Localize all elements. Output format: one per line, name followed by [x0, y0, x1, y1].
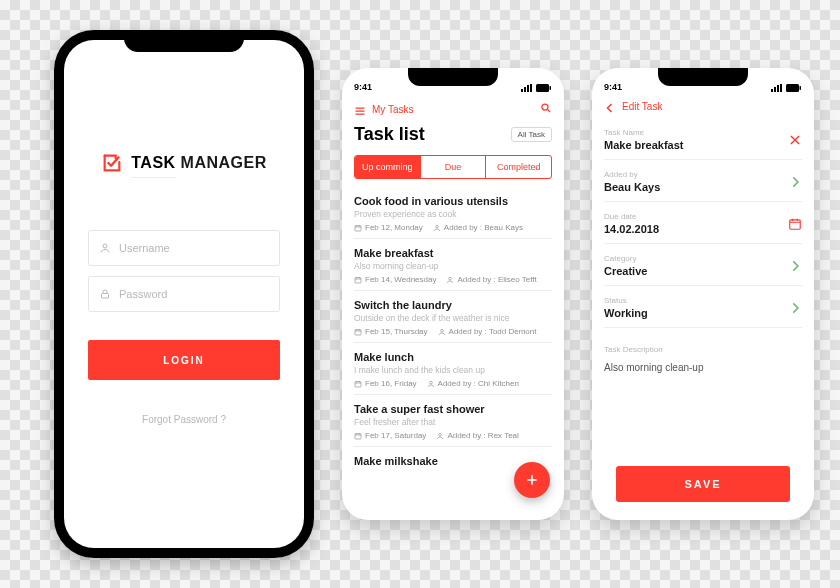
all-task-chip[interactable]: All Task [511, 127, 552, 142]
svg-rect-1 [102, 294, 109, 299]
user-icon [438, 328, 446, 336]
user-icon [433, 224, 441, 232]
svg-rect-3 [524, 87, 526, 92]
svg-rect-9 [355, 225, 361, 230]
password-placeholder: Password [119, 288, 167, 300]
status-time: 9:41 [354, 82, 372, 92]
svg-rect-25 [790, 219, 801, 228]
nav-title: Edit Task [622, 101, 662, 112]
calendar-icon [354, 224, 362, 232]
svg-rect-4 [527, 85, 529, 92]
task-description[interactable]: Task Description Also morning clean-up [604, 328, 802, 466]
battery-icon [786, 84, 802, 92]
segment-completed[interactable]: Completed [485, 156, 551, 178]
svg-rect-19 [771, 89, 773, 92]
list-item[interactable]: Make breakfast Also morning clean-up Feb… [354, 239, 552, 291]
signal-icon [521, 84, 533, 92]
user-icon [436, 432, 444, 440]
task-list-screen: 9:41 My Tasks Task list All Task Up comm… [342, 68, 564, 520]
login-phone-frame: TASK MANAGER Username Password LOGIN For… [54, 30, 314, 558]
svg-point-10 [435, 225, 438, 228]
device-notch [408, 68, 498, 86]
lock-icon [99, 288, 111, 300]
nav-bar: Edit Task [592, 94, 814, 114]
search-icon[interactable] [540, 100, 552, 118]
category-row[interactable]: Category Creative [604, 244, 802, 286]
added-by-row[interactable]: Added by Beau Kays [604, 160, 802, 202]
username-placeholder: Username [119, 242, 170, 254]
status-time: 9:41 [604, 82, 622, 92]
edit-task-screen: 9:41 Edit Task Task Name Make breakfast [592, 68, 814, 520]
login-screen: TASK MANAGER Username Password LOGIN For… [64, 40, 304, 548]
user-icon [446, 276, 454, 284]
nav-title: My Tasks [372, 104, 414, 115]
list-item[interactable]: Make lunch I make lunch and the kids cle… [354, 343, 552, 395]
svg-rect-21 [777, 85, 779, 92]
clear-icon[interactable] [788, 133, 802, 147]
svg-point-0 [103, 244, 107, 248]
segment-upcoming[interactable]: Up comming [355, 156, 420, 178]
device-notch [124, 30, 244, 52]
login-button[interactable]: LOGIN [88, 340, 280, 380]
svg-rect-5 [530, 84, 532, 92]
calendar-icon [354, 328, 362, 336]
due-date-row[interactable]: Due date 14.02.2018 [604, 202, 802, 244]
chevron-right-icon [788, 301, 802, 315]
calendar-icon [788, 217, 802, 231]
svg-rect-23 [786, 84, 799, 92]
svg-point-16 [429, 381, 432, 384]
list-item[interactable]: Switch the laundry Outside on the deck i… [354, 291, 552, 343]
svg-point-18 [439, 433, 442, 436]
login-form: Username Password LOGIN [88, 230, 280, 380]
list-item[interactable]: Cook food in various utensils Proven exp… [354, 187, 552, 239]
chevron-right-icon [788, 259, 802, 273]
calendar-icon [354, 380, 362, 388]
calendar-icon [354, 432, 362, 440]
save-button[interactable]: SAVE [616, 466, 790, 502]
list-item[interactable]: Take a super fast shower Feel fresher af… [354, 395, 552, 447]
svg-rect-2 [521, 89, 523, 92]
svg-rect-20 [774, 87, 776, 92]
svg-rect-11 [355, 277, 361, 282]
segment-control: Up comming Due Completed [354, 155, 552, 179]
back-icon[interactable] [604, 100, 616, 112]
svg-point-14 [440, 329, 443, 332]
svg-point-12 [449, 277, 452, 280]
add-task-button[interactable] [514, 462, 550, 498]
chevron-right-icon [788, 175, 802, 189]
app-name: TASK MANAGER [131, 154, 267, 172]
segment-due[interactable]: Due [420, 156, 486, 178]
svg-rect-22 [780, 84, 782, 92]
svg-rect-6 [536, 84, 549, 92]
password-field[interactable]: Password [88, 276, 280, 312]
edit-form: Task Name Make breakfast Added by Beau K… [592, 114, 814, 520]
svg-rect-13 [355, 329, 361, 334]
svg-rect-15 [355, 381, 361, 386]
svg-point-8 [542, 104, 548, 110]
calendar-icon [354, 276, 362, 284]
username-field[interactable]: Username [88, 230, 280, 266]
svg-rect-7 [550, 86, 552, 90]
status-row[interactable]: Status Working [604, 286, 802, 328]
device-notch [658, 68, 748, 86]
app-logo: TASK MANAGER [101, 152, 267, 174]
signal-icon [771, 84, 783, 92]
plus-icon [524, 472, 540, 488]
svg-rect-17 [355, 433, 361, 438]
user-icon [427, 380, 435, 388]
nav-bar: My Tasks [342, 94, 564, 120]
menu-icon[interactable] [354, 103, 366, 115]
user-icon [99, 242, 111, 254]
forgot-password-link[interactable]: Forgot Password ? [142, 414, 226, 425]
task-name-row[interactable]: Task Name Make breakfast [604, 118, 802, 160]
page-title: Task list [354, 124, 425, 145]
task-list-header: Task list All Task [342, 120, 564, 149]
battery-icon [536, 84, 552, 92]
check-icon [101, 152, 123, 174]
svg-rect-24 [800, 86, 802, 90]
